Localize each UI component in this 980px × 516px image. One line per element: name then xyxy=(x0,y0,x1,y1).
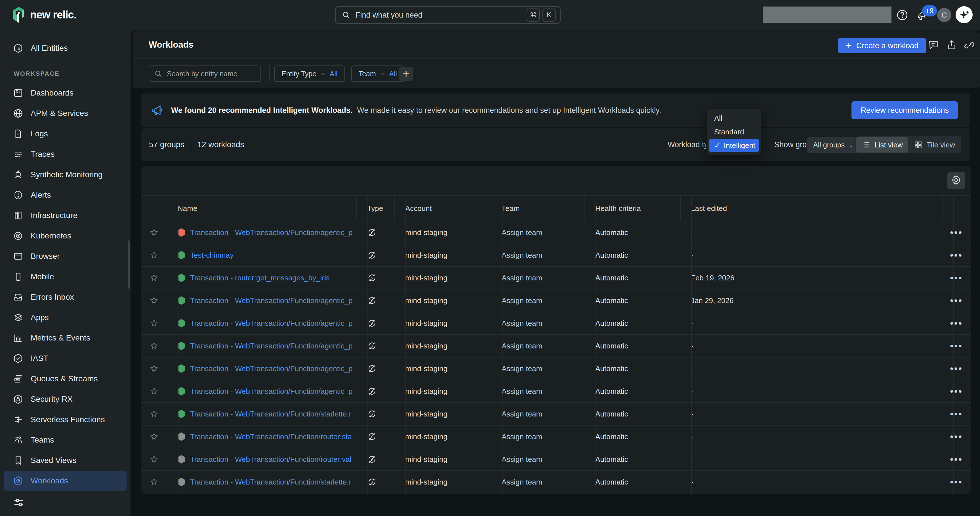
account-name-redacted[interactable] xyxy=(763,6,891,23)
sidebar-item-metrics-events[interactable]: Metrics & Events xyxy=(0,328,130,348)
sidebar-item-mobile[interactable]: Mobile xyxy=(0,267,130,287)
workload-name-link[interactable]: Transaction - WebTransaction/Function/st… xyxy=(190,478,351,486)
row-actions-button[interactable]: ••• xyxy=(943,312,970,334)
workload-name-link[interactable]: Test-chinmay xyxy=(190,251,234,260)
sidebar-item-serverless-functions[interactable]: Serverless Functions xyxy=(0,410,130,430)
row-actions-button[interactable]: ••• xyxy=(943,221,970,243)
team-cell[interactable]: Assign team xyxy=(492,471,585,493)
favorite-star-icon[interactable] xyxy=(141,289,167,311)
team-cell[interactable]: Assign team xyxy=(492,426,585,448)
new-relic-logo[interactable]: new relic. xyxy=(11,6,76,23)
favorite-star-icon[interactable] xyxy=(141,244,167,266)
favorite-star-icon[interactable] xyxy=(141,380,167,402)
team-cell[interactable]: Assign team xyxy=(492,221,585,243)
row-actions-button[interactable]: ••• xyxy=(943,403,970,425)
favorite-star-icon[interactable] xyxy=(141,335,167,357)
favorite-star-icon[interactable] xyxy=(141,426,167,448)
sidebar-item-apm-services[interactable]: APM & Services xyxy=(0,103,130,124)
menu-option-all[interactable]: All xyxy=(709,111,759,125)
export-icon[interactable] xyxy=(945,39,958,51)
sidebar-item-traces[interactable]: Traces xyxy=(0,144,130,164)
comment-icon[interactable] xyxy=(927,39,940,51)
column-header-team[interactable]: Team xyxy=(492,196,585,221)
group-select[interactable]: All groups ⌄ xyxy=(807,137,860,153)
sidebar-item-infrastructure[interactable]: Infrastructure xyxy=(0,205,130,226)
team-cell[interactable]: Assign team xyxy=(492,403,585,425)
favorite-star-icon[interactable] xyxy=(141,448,167,470)
favorite-star-icon[interactable] xyxy=(141,221,167,243)
sidebar-scrollbar[interactable] xyxy=(128,240,130,289)
sidebar-item-security-rx[interactable]: Security RX xyxy=(0,389,130,410)
menu-option-intelligent[interactable]: ✓Intelligent xyxy=(709,139,759,152)
sidebar-item-all-entities[interactable]: All Entities xyxy=(0,38,130,59)
sidebar-item-saved-views[interactable]: Saved Views xyxy=(0,450,130,471)
team-cell[interactable]: Assign team xyxy=(492,357,585,379)
sidebar-item-synthetic-monitoring[interactable]: Synthetic Monitoring xyxy=(0,164,130,185)
sidebar-item-workloads[interactable]: Workloads xyxy=(4,471,127,491)
table-settings-button[interactable] xyxy=(947,172,965,189)
workload-name-link[interactable]: Transaction - WebTransaction/Function/ag… xyxy=(190,228,353,237)
column-header-type[interactable]: Type xyxy=(357,196,395,221)
create-workload-button[interactable]: + Create a workload xyxy=(838,38,926,53)
sidebar-item-alerts[interactable]: Alerts xyxy=(0,185,130,205)
workload-name-link[interactable]: Transaction - WebTransaction/Function/ag… xyxy=(190,364,353,373)
workload-name-link[interactable]: Transaction - router:get_messages_by_ids xyxy=(190,274,330,283)
sidebar-item-apps[interactable]: Apps xyxy=(0,307,130,328)
workload-name-link[interactable]: Transaction - WebTransaction/Function/ag… xyxy=(190,319,353,328)
favorite-star-icon[interactable] xyxy=(141,312,167,334)
list-view-button[interactable]: List view xyxy=(856,137,908,152)
row-actions-button[interactable]: ••• xyxy=(943,471,970,493)
workload-name-link[interactable]: Transaction - WebTransaction/Function/ro… xyxy=(190,455,351,464)
row-actions-button[interactable]: ••• xyxy=(943,335,970,357)
row-actions-button[interactable]: ••• xyxy=(943,357,970,379)
workload-name-link[interactable]: Transaction - WebTransaction/Function/st… xyxy=(190,410,351,419)
review-recommendations-button[interactable]: Review recommendations xyxy=(851,101,958,119)
team-cell[interactable]: Assign team xyxy=(492,289,585,311)
alert-icon xyxy=(13,190,23,200)
menu-option-standard[interactable]: Standard xyxy=(709,125,759,139)
team-cell[interactable]: Assign team xyxy=(492,335,585,357)
team-cell[interactable]: Assign team xyxy=(492,244,585,266)
row-actions-button[interactable]: ••• xyxy=(943,448,970,470)
preferences-sliders-icon[interactable] xyxy=(13,497,24,508)
team-cell[interactable]: Assign team xyxy=(492,448,585,470)
team-cell[interactable]: Assign team xyxy=(492,267,585,289)
row-actions-button[interactable]: ••• xyxy=(943,289,970,311)
column-header-name[interactable]: Name xyxy=(167,196,357,221)
row-actions-button[interactable]: ••• xyxy=(943,244,970,266)
workload-name-link[interactable]: Transaction - WebTransaction/Function/ag… xyxy=(190,296,353,305)
favorite-star-icon[interactable] xyxy=(141,357,167,379)
row-actions-button[interactable]: ••• xyxy=(943,267,970,289)
sidebar-item-logs[interactable]: Logs xyxy=(0,124,130,144)
global-search-input[interactable]: Find what you need ⌘ K xyxy=(335,6,561,24)
workload-name-link[interactable]: Transaction - WebTransaction/Function/ag… xyxy=(190,341,353,351)
sidebar-item-iast[interactable]: IAST xyxy=(0,348,130,368)
column-header-last-edited[interactable]: Last edited xyxy=(681,196,943,221)
link-icon[interactable] xyxy=(964,39,976,51)
favorite-star-icon[interactable] xyxy=(141,267,167,289)
favorite-star-icon[interactable] xyxy=(141,403,167,425)
sidebar-item-browser[interactable]: Browser xyxy=(0,246,130,267)
filter-chip-team[interactable]: Team=All xyxy=(351,65,405,82)
sidebar-item-teams[interactable]: Teams xyxy=(0,430,130,450)
filter-chip-entity-type[interactable]: Entity Type=All xyxy=(274,65,345,82)
entity-search-input[interactable]: Search by entity name xyxy=(149,65,261,82)
row-actions-button[interactable]: ••• xyxy=(943,426,970,448)
sidebar-item-kubernetes[interactable]: Kubernetes xyxy=(0,226,130,246)
favorite-star-icon[interactable] xyxy=(141,471,167,493)
workload-name-link[interactable]: Transaction - WebTransaction/Function/ag… xyxy=(190,387,353,396)
team-cell[interactable]: Assign team xyxy=(492,380,585,402)
row-actions-button[interactable]: ••• xyxy=(943,380,970,402)
tile-view-button[interactable]: Tile view xyxy=(908,137,961,152)
add-filter-button[interactable]: + xyxy=(399,67,413,81)
sidebar-item-errors-inbox[interactable]: Errors Inbox xyxy=(0,287,130,307)
column-header-account[interactable]: Account xyxy=(395,196,492,221)
user-avatar[interactable]: C xyxy=(937,8,951,22)
ai-assistant-button[interactable] xyxy=(956,6,973,23)
sidebar-item-dashboards[interactable]: Dashboards xyxy=(0,83,130,103)
workload-name-link[interactable]: Transaction - WebTransaction/Function/ro… xyxy=(190,432,352,441)
column-header-health-criteria[interactable]: Health criteria xyxy=(585,196,681,221)
help-button[interactable] xyxy=(896,8,909,22)
team-cell[interactable]: Assign team xyxy=(492,312,585,334)
sidebar-item-queues-streams[interactable]: Queues & Streams xyxy=(0,368,130,389)
